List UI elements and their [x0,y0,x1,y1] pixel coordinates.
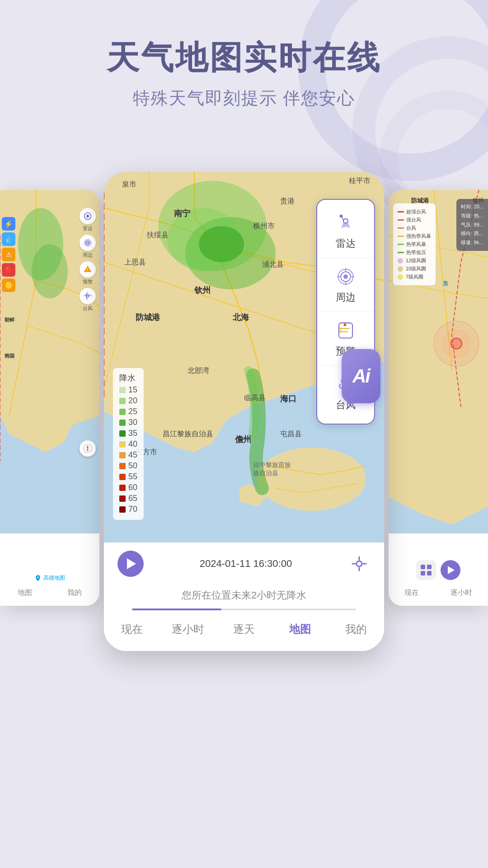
right-tab-now[interactable]: 现在 [404,588,419,598]
menu-item-radar[interactable]: 雷达 [317,204,374,258]
typhoon-legend: 超强台风 强台风 台风 强热带风暴 热带风暴 热带低压 12级风圈 10级风圈 … [393,203,436,285]
gaode-logo: 高德地图 [34,574,65,582]
svg-point-26 [357,561,362,566]
bottom-bar: 2024-01-11 16:30:00 您所在位置未来2小时无降水 现在 逐小时… [104,542,384,651]
header-title: 天气地图实时在线 [0,36,488,80]
place-quanshi: 泉市 [122,180,136,189]
play-button[interactable] [117,551,144,577]
header-subtitle: 特殊天气即刻提示 伴您安心 [0,87,488,110]
right-nav-tabs: 现在 逐小时 [389,585,488,601]
rainfall-legend: 降水 15 20 25 30 35 40 45 50 55 60 65 70 [113,368,144,520]
ai-button[interactable]: Ai [342,349,380,403]
tab-mine[interactable]: 我的 [328,618,384,641]
tab-map[interactable]: 地图 [272,618,328,641]
place-hengzhou: 横州市 [253,222,275,231]
place-fangchenggang: 防城港 [136,312,160,323]
left-typhoon-icon[interactable]: 台风 [80,288,96,312]
time-control: 2024-01-11 16:30:00 [104,542,384,585]
left-nav-tabs: 地图 我的 [0,585,99,601]
left-nearby-icon[interactable]: 周边 [80,235,96,259]
right-tab-hourly[interactable]: 逐小时 [450,588,472,598]
place-beihai: 北海 [233,312,249,323]
svg-point-15 [343,274,348,279]
svg-point-4 [85,241,90,245]
place-guiping: 桂平市 [349,176,371,186]
left-phone-map: ⚡ 💧 ⚠ 🔴 🟡 雷达 周边 [0,190,99,533]
right-play-button[interactable] [441,560,460,580]
place-qinzhou: 钦州 [194,285,211,296]
typhoon-info-text: 时间: 20... 等级: 热... 气压: 99... 移向: 西... 移速… [461,203,483,247]
place-guigang: 贵港 [280,197,295,206]
left-warning-icon[interactable]: 预警 [80,261,96,285]
svg-point-8 [258,448,366,511]
left-bottom-bar: 高德地图 地图 我的 [0,533,99,606]
time-display: 2024-01-11 16:30:00 [144,558,348,570]
svg-point-1 [18,208,63,280]
svg-point-3 [87,242,89,244]
place-fusui: 扶绥县 [147,231,169,240]
place-qiongzhong: 琼中黎族苗族族自治县 [253,461,291,477]
svg-point-12 [199,226,244,262]
place-changjiang: 昌江黎族自治县 [163,429,213,439]
right-phone-map: 时间: 20... 等级: 热... 气压: 99... 移向: 西... 移速… [389,190,488,533]
svg-point-30 [451,338,462,349]
tab-daily[interactable]: 逐天 [216,618,272,641]
place-shangsi: 上思县 [124,258,146,267]
phone-left: ⚡ 💧 ⚠ 🔴 🟡 雷达 周边 [0,190,99,606]
phone-center: 泉市 桂平市 南宁 贵港 扶绥县 横州市 上思县 浦北县 钦州 防城港 北海 北… [104,172,384,651]
rainfall-progress-fill [132,609,221,610]
phone-right: 时间: 20... 等级: 热... 气压: 99... 移向: 西... 移速… [389,190,488,606]
place-nanning: 南宁 [174,208,190,219]
tab-hourly[interactable]: 逐小时 [160,618,216,641]
legend-title: 降水 [119,373,137,383]
grid-button[interactable] [416,560,436,580]
svg-point-24 [340,330,342,333]
left-radar-icon[interactable]: 雷达 [80,208,96,232]
location-button[interactable] [348,552,371,575]
svg-point-23 [340,327,342,330]
left-tab-mine[interactable]: 我的 [67,588,82,598]
place-beibuwan: 北部湾 [188,366,209,376]
place-danzhou: 儋州 [235,434,251,445]
nav-tabs: 现在 逐小时 逐天 地图 我的 [104,613,384,648]
right-control-bar [409,556,468,585]
left-tab-map[interactable]: 地图 [18,588,32,598]
svg-point-2 [32,244,68,298]
menu-label-nearby: 周边 [336,291,356,304]
rainfall-info: 您所在位置未来2小时无降水 [182,585,306,606]
place-lingao: 临高县 [244,393,266,403]
place-pubei: 浦北县 [262,260,284,269]
header: 天气地图实时在线 特殊天气即刻提示 伴您安心 [0,36,488,110]
right-bottom-bar: 现在 逐小时 [389,533,488,606]
place-haikou: 海口 [280,393,296,404]
place-tunchang: 屯昌县 [280,429,302,439]
left-icons-panel: 雷达 周边 预警 台风 [80,208,96,312]
rainfall-progress [132,609,356,610]
tab-now[interactable]: 现在 [104,618,160,641]
phones-container: ⚡ 💧 ⚠ 🔴 🟡 雷达 周边 [0,172,488,805]
menu-label-radar: 雷达 [336,237,356,250]
menu-item-nearby[interactable]: 周边 [317,258,374,312]
ai-button-label: Ai [352,365,370,387]
typhoon-info-box: 时间: 20... 等级: 热... 气压: 99... 移向: 西... 移速… [456,199,488,251]
